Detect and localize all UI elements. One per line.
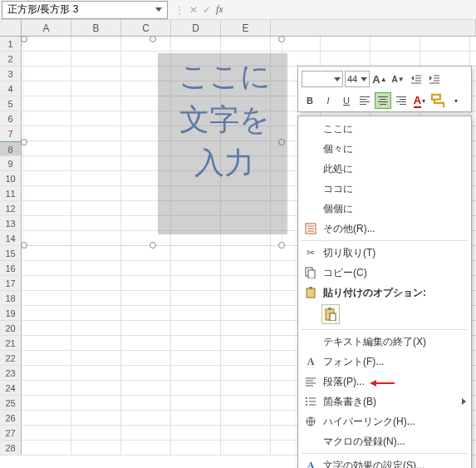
cell[interactable] bbox=[221, 261, 271, 275]
cell[interactable] bbox=[22, 246, 71, 260]
col-A[interactable]: A bbox=[22, 20, 71, 36]
cell[interactable] bbox=[221, 291, 271, 305]
ime-suggest-5[interactable]: 個個に bbox=[298, 199, 471, 219]
ime-suggest-4[interactable]: ココに bbox=[298, 179, 471, 199]
cell[interactable] bbox=[420, 37, 470, 51]
row-header[interactable]: 25 bbox=[0, 396, 22, 410]
ime-suggest-1[interactable]: ここに bbox=[298, 119, 471, 139]
align-center-button[interactable] bbox=[375, 92, 391, 109]
row-header[interactable]: 13 bbox=[0, 216, 22, 230]
row-header[interactable]: 24 bbox=[0, 381, 22, 395]
cell[interactable] bbox=[22, 321, 71, 335]
cell[interactable] bbox=[71, 276, 121, 290]
font-size-dropdown-icon[interactable] bbox=[361, 77, 367, 81]
col-B[interactable]: B bbox=[71, 20, 121, 36]
row-header[interactable]: 3 bbox=[0, 67, 22, 81]
menu-macro[interactable]: マクロの登録(N)... bbox=[298, 431, 471, 451]
row-header[interactable]: 2 bbox=[0, 52, 22, 66]
row-header[interactable]: 1 bbox=[0, 37, 22, 51]
cell[interactable] bbox=[71, 396, 121, 410]
cell[interactable] bbox=[221, 381, 271, 395]
cell[interactable] bbox=[121, 336, 171, 350]
bold-button[interactable]: B bbox=[302, 92, 318, 109]
font-name-box[interactable] bbox=[302, 71, 343, 87]
ime-other[interactable]: その他(R)... bbox=[298, 219, 471, 239]
cell[interactable] bbox=[22, 411, 71, 425]
cell[interactable] bbox=[121, 276, 171, 290]
row-header[interactable]: 15 bbox=[0, 246, 22, 260]
cell[interactable] bbox=[22, 351, 71, 365]
row-header[interactable]: 28 bbox=[0, 441, 22, 455]
cell[interactable] bbox=[221, 396, 271, 410]
cell[interactable] bbox=[370, 52, 420, 66]
cell[interactable] bbox=[22, 366, 71, 380]
cell[interactable] bbox=[22, 396, 71, 410]
name-box-dropdown-icon[interactable] bbox=[155, 7, 162, 12]
row-header[interactable]: 23 bbox=[0, 366, 22, 380]
cell[interactable] bbox=[171, 411, 221, 425]
menu-copy[interactable]: コピー(C) bbox=[298, 263, 471, 283]
cell[interactable] bbox=[171, 351, 221, 365]
cell[interactable] bbox=[22, 306, 71, 320]
cell[interactable] bbox=[121, 381, 171, 395]
cell[interactable] bbox=[121, 441, 171, 455]
row-header[interactable]: 18 bbox=[0, 291, 22, 305]
cell[interactable] bbox=[221, 306, 271, 320]
cell[interactable] bbox=[121, 411, 171, 425]
cell[interactable] bbox=[71, 381, 121, 395]
cell[interactable] bbox=[121, 246, 171, 260]
shrink-font-button[interactable]: A▼ bbox=[390, 71, 406, 87]
select-all-corner[interactable] bbox=[0, 20, 22, 36]
cell[interactable] bbox=[321, 52, 370, 66]
cell[interactable] bbox=[221, 351, 271, 365]
fx-icon[interactable]: fx bbox=[216, 3, 223, 16]
cell[interactable] bbox=[121, 291, 171, 305]
cell[interactable] bbox=[71, 366, 121, 380]
cell[interactable] bbox=[420, 52, 470, 66]
cell[interactable] bbox=[171, 246, 221, 260]
cell[interactable] bbox=[121, 306, 171, 320]
row-header[interactable]: 26 bbox=[0, 411, 22, 425]
style-dropdown-button[interactable]: ▾ bbox=[448, 92, 464, 109]
menu-bullets[interactable]: 箇条書き(B) bbox=[298, 392, 471, 411]
row-header[interactable]: 9 bbox=[0, 156, 22, 170]
worksheet[interactable]: 1234567891011121314151617181920212223242… bbox=[0, 37, 476, 468]
row-header[interactable]: 19 bbox=[0, 306, 22, 320]
cell[interactable] bbox=[171, 306, 221, 320]
cell[interactable] bbox=[121, 321, 171, 335]
cell[interactable] bbox=[22, 261, 71, 275]
col-E[interactable]: E bbox=[221, 20, 271, 36]
row-header[interactable]: 22 bbox=[0, 351, 22, 365]
cell[interactable] bbox=[121, 366, 171, 380]
menu-text-effects[interactable]: A文字の効果の設定(S)... bbox=[298, 456, 471, 468]
row-header[interactable]: 16 bbox=[0, 261, 22, 275]
font-color-button[interactable]: A▾ bbox=[411, 92, 428, 109]
resize-handle-tr[interactable] bbox=[278, 36, 285, 42]
cell[interactable] bbox=[22, 441, 71, 455]
row-header[interactable]: 12 bbox=[0, 201, 22, 215]
resize-handle-ml[interactable] bbox=[21, 139, 27, 145]
col-C[interactable]: C bbox=[121, 20, 171, 36]
cell[interactable] bbox=[171, 396, 221, 410]
align-left-button[interactable] bbox=[356, 92, 373, 109]
resize-handle-br[interactable] bbox=[278, 242, 285, 249]
cell[interactable] bbox=[171, 381, 221, 395]
cell[interactable] bbox=[221, 426, 271, 440]
cell[interactable] bbox=[171, 321, 221, 335]
row-header[interactable]: 20 bbox=[0, 321, 22, 335]
italic-button[interactable]: I bbox=[320, 92, 336, 109]
font-size-box[interactable]: 44 bbox=[345, 71, 370, 87]
cell[interactable] bbox=[22, 381, 71, 395]
cell[interactable] bbox=[221, 246, 271, 260]
cell[interactable] bbox=[221, 321, 271, 335]
increase-indent-button[interactable] bbox=[426, 71, 443, 87]
cell[interactable] bbox=[171, 276, 221, 290]
row-header[interactable]: 17 bbox=[0, 276, 22, 290]
row-header[interactable]: 14 bbox=[0, 231, 22, 245]
name-box[interactable] bbox=[2, 1, 168, 19]
cell[interactable] bbox=[171, 291, 221, 305]
row-header[interactable]: 10 bbox=[0, 171, 22, 185]
paste-default-button[interactable] bbox=[321, 304, 340, 324]
cell[interactable] bbox=[171, 441, 221, 455]
cell[interactable] bbox=[22, 426, 71, 440]
